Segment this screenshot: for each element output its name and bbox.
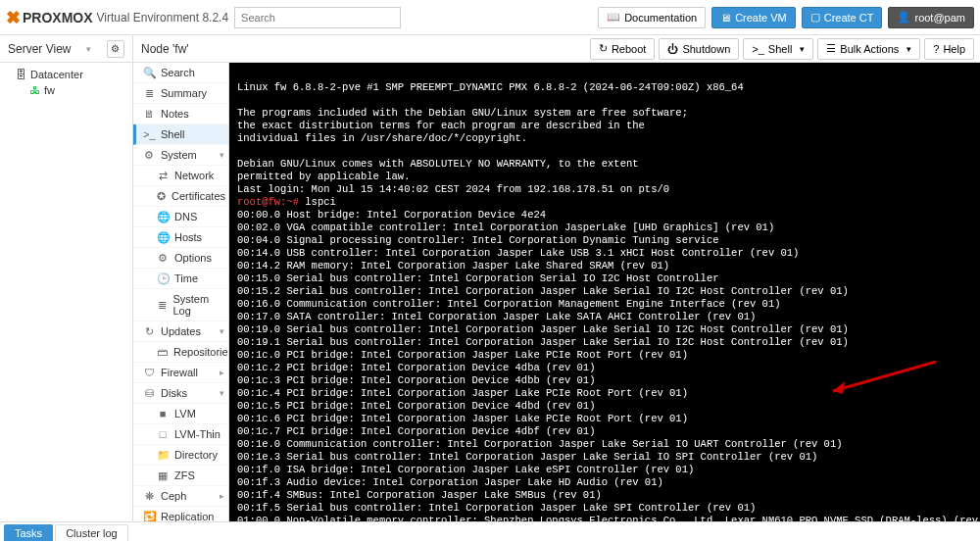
term-line: 01:00.0 Non-Volatile memory controller: … (237, 515, 980, 521)
term-line: 00:16.0 Communication controller: Intel … (237, 298, 781, 310)
main-area: 🗄Datacenter 🖧fw 🔍Search ≣Summary 🗎Notes … (0, 63, 980, 521)
nav-lvm[interactable]: ■LVM (133, 404, 228, 424)
term-line: 00:02.0 VGA compatible controller: Intel… (237, 222, 774, 233)
refresh-icon: ↻ (143, 325, 155, 337)
clock-icon: 🕒 (157, 272, 169, 284)
term-line: individual files in /usr/share/doc/*/cop… (237, 132, 527, 144)
nav-updates[interactable]: ↻Updates▾ (133, 321, 228, 342)
disk-icon: ⛁ (143, 387, 155, 399)
shield-icon: 🛡 (143, 367, 155, 378)
search-input[interactable] (234, 7, 401, 28)
nav-firewall[interactable]: 🛡Firewall▸ (133, 363, 228, 383)
chevron-right-icon: ▸ (220, 491, 224, 501)
nav-dns[interactable]: 🌐DNS (133, 207, 228, 227)
term-line: 00:1f.5 Serial bus controller: Intel Cor… (237, 502, 756, 514)
logo-brand: PROXMOX (23, 10, 93, 25)
term-line: 00:1c.7 PCI bridge: Intel Corporation De… (237, 425, 595, 437)
reboot-button[interactable]: ↻Reboot (590, 38, 655, 60)
tab-clusterlog[interactable]: Cluster log (55, 524, 128, 541)
top-toolbar: ✖ PROXMOX Virtual Environment 8.2.4 📖Doc… (0, 0, 980, 35)
annotation-arrow-icon (823, 357, 941, 396)
chevron-down-icon: ▾ (220, 388, 224, 398)
hosts-icon: 🌐 (157, 231, 169, 243)
term-line: 00:1f.3 Audio device: Intel Corporation … (237, 476, 663, 488)
term-line: 00:1f.4 SMBus: Intel Corporation Jasper … (237, 489, 602, 501)
bottom-bar: Tasks Cluster log (0, 521, 980, 543)
folder-icon: 📁 (157, 449, 169, 461)
reboot-icon: ↻ (599, 42, 608, 55)
server-view-label[interactable]: Server View (8, 42, 71, 56)
help-icon: ? (933, 43, 939, 55)
documentation-button[interactable]: 📖Documentation (598, 7, 706, 28)
nav-system[interactable]: ⚙System▾ (133, 145, 228, 166)
bulk-actions-button[interactable]: ☰Bulk Actions (817, 38, 920, 60)
sub-toolbar: Server View ▾ ⚙ Node 'fw' ↻Reboot ⏻Shutd… (0, 35, 980, 63)
network-icon: ⇄ (157, 170, 169, 181)
term-line: 00:1c.2 PCI bridge: Intel Corporation De… (237, 362, 595, 373)
monitor-icon: 🖥 (720, 12, 731, 24)
tree-node-fw[interactable]: 🖧fw (2, 82, 130, 98)
shell-terminal[interactable]: Linux fw 6.8.8-2-pve #1 SMP PREEMPT_DYNA… (229, 63, 980, 521)
nav-disks[interactable]: ⛁Disks▾ (133, 383, 228, 404)
nav-zfs[interactable]: ▦ZFS (133, 466, 228, 486)
term-line: 00:15.0 Serial bus controller: Intel Cor… (237, 272, 718, 284)
term-prompt: root@fw:~# (237, 196, 299, 208)
chevron-down-icon[interactable]: ▾ (86, 44, 91, 54)
logo: ✖ PROXMOX Virtual Environment 8.2.4 (6, 7, 228, 28)
chevron-down-icon: ▾ (220, 150, 224, 160)
nav-notes[interactable]: 🗎Notes (133, 104, 228, 124)
term-line: Debian GNU/Linux comes with ABSOLUTELY N… (237, 158, 639, 170)
nav-ceph[interactable]: ❋Ceph▸ (133, 486, 228, 507)
help-button[interactable]: ?Help (924, 38, 974, 60)
term-line: 00:1e.0 Communication controller: Intel … (237, 438, 843, 450)
nav-certificates[interactable]: ✪Certificates (133, 186, 228, 207)
term-line: The programs included with the Debian GN… (237, 107, 688, 119)
list-icon: ☰ (826, 42, 836, 55)
cogs-icon: ⚙ (143, 149, 155, 161)
term-line: 00:15.2 Serial bus controller: Intel Cor… (237, 285, 849, 297)
term-line: permitted by applicable law. (237, 171, 410, 182)
shutdown-button[interactable]: ⏻Shutdown (659, 38, 739, 60)
term-line: Last login: Mon Jul 15 14:40:02 CEST 202… (237, 183, 669, 195)
term-line: 00:1c.3 PCI bridge: Intel Corporation De… (237, 374, 595, 386)
user-menu-button[interactable]: 👤root@pam (888, 7, 974, 28)
nav-options[interactable]: ⚙Options (133, 248, 228, 269)
power-icon: ⏻ (667, 43, 678, 55)
nav-shell[interactable]: >_Shell (133, 124, 228, 145)
term-line: 00:1c.4 PCI bridge: Intel Corporation Ja… (237, 387, 688, 399)
create-ct-button[interactable]: ▢Create CT (802, 7, 883, 28)
logo-x-icon: ✖ (6, 7, 21, 28)
cube-icon: ▢ (810, 11, 820, 24)
cert-icon: ✪ (157, 190, 166, 202)
user-icon: 👤 (897, 11, 910, 24)
search-icon: 🔍 (143, 67, 155, 78)
nav-hosts[interactable]: 🌐Hosts (133, 227, 228, 248)
nav-time[interactable]: 🕒Time (133, 269, 228, 289)
server-view-panel: Server View ▾ ⚙ (0, 35, 133, 62)
nav-syslog[interactable]: ≣System Log (133, 289, 228, 321)
svg-marker-1 (833, 381, 845, 394)
nav-summary[interactable]: ≣Summary (133, 83, 228, 104)
term-line: 00:1c.0 PCI bridge: Intel Corporation Ja… (237, 349, 688, 361)
nav-network[interactable]: ⇄Network (133, 166, 228, 186)
globe-icon: 🌐 (157, 211, 169, 222)
chevron-down-icon: ▾ (220, 326, 224, 336)
tree-datacenter[interactable]: 🗄Datacenter (2, 67, 130, 82)
nav-directory[interactable]: 📁Directory (133, 445, 228, 466)
gear-button[interactable]: ⚙ (107, 40, 124, 58)
nav-lvmthin[interactable]: □LVM-Thin (133, 424, 228, 445)
term-line: 00:00.0 Host bridge: Intel Corporation D… (237, 209, 546, 221)
nav-search[interactable]: 🔍Search (133, 63, 228, 83)
replication-icon: 🔁 (143, 511, 155, 521)
square-outline-icon: □ (157, 428, 169, 440)
term-line: 00:1e.3 Serial bus controller: Intel Cor… (237, 451, 817, 463)
shell-button[interactable]: >_Shell (743, 38, 813, 60)
create-vm-button[interactable]: 🖥Create VM (711, 7, 796, 28)
nav-replication[interactable]: 🔁Replication (133, 507, 228, 521)
tab-tasks[interactable]: Tasks (4, 524, 53, 541)
square-icon: ■ (157, 408, 169, 420)
resource-tree: 🗄Datacenter 🖧fw (0, 63, 133, 521)
zfs-icon: ▦ (157, 469, 169, 481)
nav-repositories[interactable]: 🗃Repositories (133, 342, 228, 363)
ve-version: Virtual Environment 8.2.4 (97, 11, 229, 25)
